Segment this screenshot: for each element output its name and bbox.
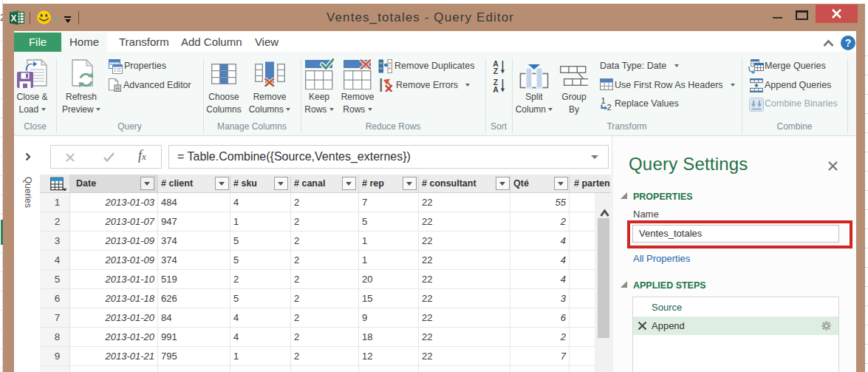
svg-text:1: 1 <box>601 97 605 105</box>
svg-text:A: A <box>493 85 499 93</box>
svg-text:2: 2 <box>606 103 611 111</box>
svg-text:Z: Z <box>493 67 499 75</box>
